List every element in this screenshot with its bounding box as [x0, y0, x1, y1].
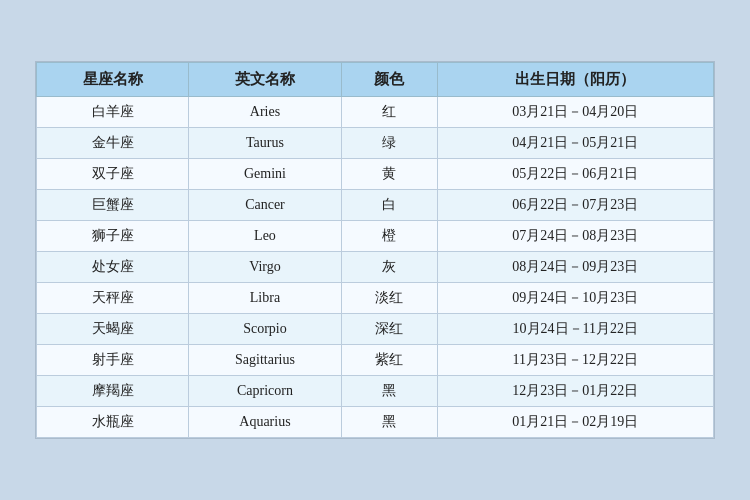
table-cell: Aries: [189, 97, 341, 128]
table-row: 双子座Gemini黄05月22日－06月21日: [37, 159, 714, 190]
table-cell: 06月22日－07月23日: [437, 190, 713, 221]
table-cell: Gemini: [189, 159, 341, 190]
table-cell: 水瓶座: [37, 407, 189, 438]
table-cell: 黑: [341, 376, 437, 407]
table-cell: 处女座: [37, 252, 189, 283]
table-row: 狮子座Leo橙07月24日－08月23日: [37, 221, 714, 252]
table-cell: 12月23日－01月22日: [437, 376, 713, 407]
table-cell: 10月24日－11月22日: [437, 314, 713, 345]
table-row: 金牛座Taurus绿04月21日－05月21日: [37, 128, 714, 159]
table-cell: 淡红: [341, 283, 437, 314]
table-cell: 双子座: [37, 159, 189, 190]
table-cell: 11月23日－12月22日: [437, 345, 713, 376]
table-cell: 天秤座: [37, 283, 189, 314]
table-cell: 摩羯座: [37, 376, 189, 407]
table-row: 摩羯座Capricorn黑12月23日－01月22日: [37, 376, 714, 407]
table-cell: 狮子座: [37, 221, 189, 252]
table-cell: 黄: [341, 159, 437, 190]
table-cell: Cancer: [189, 190, 341, 221]
table-cell: 白: [341, 190, 437, 221]
table-cell: Capricorn: [189, 376, 341, 407]
table-cell: 09月24日－10月23日: [437, 283, 713, 314]
table-row: 白羊座Aries红03月21日－04月20日: [37, 97, 714, 128]
col-header-english-name: 英文名称: [189, 63, 341, 97]
col-header-date: 出生日期（阳历）: [437, 63, 713, 97]
table-cell: Sagittarius: [189, 345, 341, 376]
table-cell: Virgo: [189, 252, 341, 283]
table-cell: 03月21日－04月20日: [437, 97, 713, 128]
zodiac-table: 星座名称 英文名称 颜色 出生日期（阳历） 白羊座Aries红03月21日－04…: [36, 62, 714, 438]
col-header-color: 颜色: [341, 63, 437, 97]
table-cell: 01月21日－02月19日: [437, 407, 713, 438]
table-cell: Leo: [189, 221, 341, 252]
table-row: 天蝎座Scorpio深红10月24日－11月22日: [37, 314, 714, 345]
table-row: 射手座Sagittarius紫红11月23日－12月22日: [37, 345, 714, 376]
table-cell: 红: [341, 97, 437, 128]
table-cell: 深红: [341, 314, 437, 345]
table-cell: 金牛座: [37, 128, 189, 159]
table-header-row: 星座名称 英文名称 颜色 出生日期（阳历）: [37, 63, 714, 97]
table-cell: Scorpio: [189, 314, 341, 345]
table-body: 白羊座Aries红03月21日－04月20日金牛座Taurus绿04月21日－0…: [37, 97, 714, 438]
table-cell: 绿: [341, 128, 437, 159]
table-cell: 紫红: [341, 345, 437, 376]
zodiac-table-container: 星座名称 英文名称 颜色 出生日期（阳历） 白羊座Aries红03月21日－04…: [35, 61, 715, 439]
table-cell: 射手座: [37, 345, 189, 376]
table-cell: 04月21日－05月21日: [437, 128, 713, 159]
table-cell: 巨蟹座: [37, 190, 189, 221]
table-cell: Libra: [189, 283, 341, 314]
table-cell: 白羊座: [37, 97, 189, 128]
table-cell: 08月24日－09月23日: [437, 252, 713, 283]
table-cell: Taurus: [189, 128, 341, 159]
table-cell: Aquarius: [189, 407, 341, 438]
table-row: 天秤座Libra淡红09月24日－10月23日: [37, 283, 714, 314]
table-row: 水瓶座Aquarius黑01月21日－02月19日: [37, 407, 714, 438]
col-header-chinese-name: 星座名称: [37, 63, 189, 97]
table-cell: 橙: [341, 221, 437, 252]
table-cell: 07月24日－08月23日: [437, 221, 713, 252]
table-row: 处女座Virgo灰08月24日－09月23日: [37, 252, 714, 283]
table-row: 巨蟹座Cancer白06月22日－07月23日: [37, 190, 714, 221]
table-cell: 灰: [341, 252, 437, 283]
table-cell: 天蝎座: [37, 314, 189, 345]
table-cell: 05月22日－06月21日: [437, 159, 713, 190]
table-cell: 黑: [341, 407, 437, 438]
